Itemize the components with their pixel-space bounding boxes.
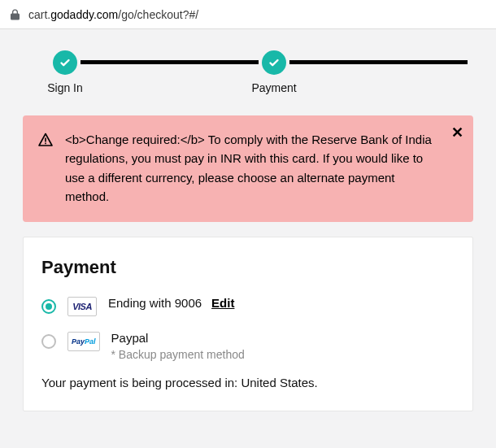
processing-info: Your payment is being processed in: Unit… [41,376,455,389]
payment-panel: Payment VISA Ending with 9006 Edit PayPa… [23,237,473,411]
lock-icon [10,9,20,20]
error-alert: <b>Change required:</b> To comply with t… [23,115,473,222]
paypal-name: Paypal [111,331,245,345]
alert-message: <b>Change required:</b> To comply with t… [65,130,437,206]
check-icon [262,50,286,75]
backup-note: * Backup payment method [111,348,245,361]
card-ending: Ending with 9006 [108,296,202,310]
payment-option-visa[interactable]: VISA Ending with 9006 Edit [41,296,455,316]
step-signin: Sign In [53,50,77,94]
address-bar[interactable]: cart.godaddy.com/go/checkout?#/ [0,0,496,29]
url-prefix: cart. [28,8,50,21]
url-text: cart.godaddy.com/go/checkout?#/ [28,8,198,21]
visa-logo: VISA [67,297,97,316]
svg-rect-0 [45,138,46,142]
step-connector [80,60,259,64]
url-path: /go/checkout?#/ [118,8,198,21]
progress-stepper: Sign In Payment [0,29,496,101]
radio-selected[interactable] [41,299,56,314]
step-label: Sign In [47,81,83,94]
step-connector [289,60,468,64]
url-host: godaddy.com [50,8,118,21]
edit-link[interactable]: Edit [211,296,234,310]
paypal-logo: PayPal [67,332,100,351]
check-icon [53,50,77,75]
step-payment: Payment [262,50,286,94]
payment-option-paypal[interactable]: PayPal Paypal * Backup payment method [41,331,455,361]
panel-title: Payment [41,257,455,278]
close-icon[interactable]: ✕ [451,124,463,141]
svg-rect-1 [45,143,46,145]
warning-icon [37,132,54,206]
radio-unselected[interactable] [41,334,56,349]
step-label: Payment [251,81,296,94]
